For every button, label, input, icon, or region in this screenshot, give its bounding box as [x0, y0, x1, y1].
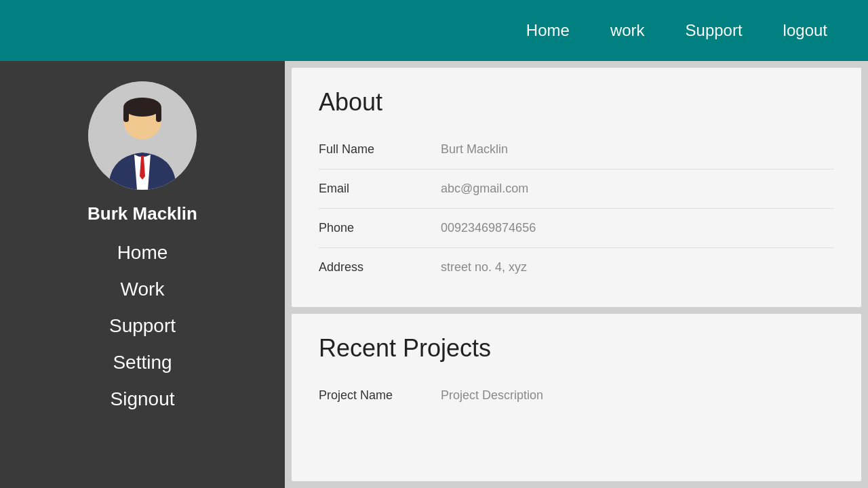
svg-rect-4 [156, 107, 161, 122]
sidebar-item-support[interactable]: Support [0, 311, 285, 341]
projects-title: Recent Projects [319, 334, 834, 363]
sidebar: Burk Macklin Home Work Support Setting S… [0, 61, 285, 488]
about-title: About [319, 88, 834, 117]
svg-point-2 [123, 98, 161, 117]
top-nav: Home work Support logout [0, 0, 868, 61]
email-label: Email [319, 182, 441, 196]
main-layout: Burk Macklin Home Work Support Setting S… [0, 61, 868, 488]
nav-work-link[interactable]: work [610, 21, 645, 40]
sidebar-item-home[interactable]: Home [0, 238, 285, 268]
project-name-label: Project Name [319, 388, 441, 403]
sidebar-item-setting[interactable]: Setting [0, 348, 285, 378]
sidebar-item-work[interactable]: Work [0, 274, 285, 304]
nav-home-link[interactable]: Home [526, 21, 570, 40]
email-value: abc@gmail.com [441, 182, 528, 196]
sidebar-menu: Home Work Support Setting Signout [0, 238, 285, 414]
fullname-row: Full Name Burt Macklin [319, 130, 834, 169]
fullname-value: Burt Macklin [441, 142, 508, 157]
phone-label: Phone [319, 221, 441, 235]
svg-marker-5 [140, 156, 144, 157]
about-card: About Full Name Burt Macklin Email abc@g… [292, 68, 861, 307]
nav-logout-link[interactable]: logout [783, 21, 827, 40]
fullname-label: Full Name [319, 142, 441, 157]
projects-card: Recent Projects Project Name Project Des… [292, 314, 861, 481]
project-desc-label: Project Description [441, 388, 543, 403]
address-value: street no. 4, xyz [441, 260, 527, 274]
nav-support-link[interactable]: Support [686, 21, 743, 40]
svg-rect-3 [123, 107, 129, 122]
address-row: Address street no. 4, xyz [319, 248, 834, 287]
address-label: Address [319, 260, 441, 274]
projects-header-row: Project Name Project Description [319, 376, 834, 415]
phone-value: 00923469874656 [441, 221, 536, 235]
sidebar-item-signout[interactable]: Signout [0, 384, 285, 414]
avatar [88, 81, 197, 190]
sidebar-username: Burk Macklin [87, 203, 197, 224]
email-row: Email abc@gmail.com [319, 169, 834, 209]
phone-row: Phone 00923469874656 [319, 209, 834, 248]
main-content: About Full Name Burt Macklin Email abc@g… [285, 61, 868, 488]
